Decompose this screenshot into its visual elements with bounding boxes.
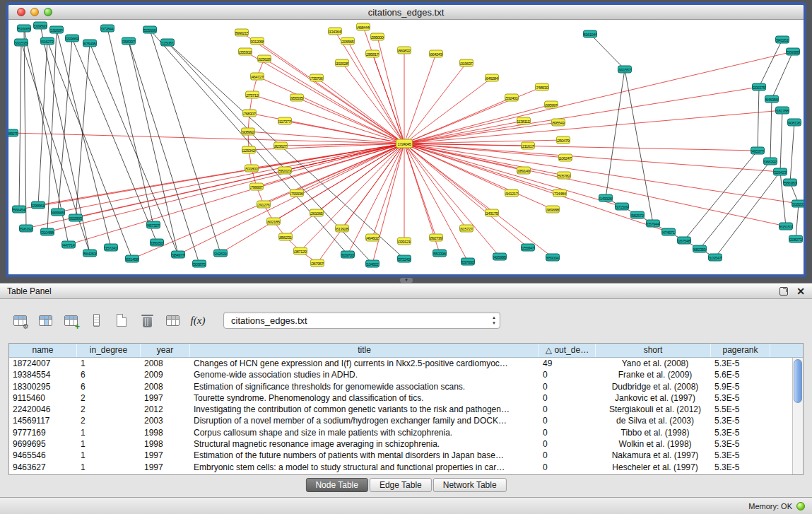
graph-node[interactable]: 23715094 <box>615 203 629 211</box>
graph-node[interactable]: 26590042 <box>546 254 560 262</box>
graph-node[interactable]: 12912767 <box>257 201 271 209</box>
close-panel-icon[interactable]: ✕ <box>796 286 805 296</box>
graph-node[interactable]: 10891495 <box>517 167 531 175</box>
graph-node[interactable]: 21035479 <box>708 254 722 262</box>
graph-node[interactable]: 20728441 <box>100 25 114 33</box>
tab-node-table[interactable]: Node Table <box>305 478 368 492</box>
graph-node[interactable]: 21150872 <box>160 39 175 47</box>
column-header-4[interactable]: △ out_de… <box>539 344 596 357</box>
graph-node[interactable]: 24953770 <box>751 147 765 155</box>
graph-node[interactable]: 11253425 <box>242 146 256 154</box>
table-row[interactable]: 969969511998Structural magnetic resonanc… <box>9 438 803 450</box>
graph-node[interactable]: 22082732 <box>789 235 803 243</box>
graph-node[interactable]: 26097039 <box>341 251 355 259</box>
graph-node[interactable]: 21499268 <box>599 194 613 202</box>
graph-node[interactable]: 20579441 <box>646 220 660 228</box>
graph-node[interactable]: 16492842 <box>485 74 499 82</box>
select-columns-button[interactable] <box>35 310 55 330</box>
column-header-3[interactable]: title <box>190 344 539 357</box>
graph-node[interactable]: 17999366 <box>290 189 304 197</box>
graph-node[interactable]: 23583979 <box>122 37 136 45</box>
graph-node[interactable]: 21048227 <box>365 260 379 268</box>
graph-node[interactable]: 14684446 <box>356 23 370 31</box>
graph-node[interactable]: 24655651 <box>51 209 65 216</box>
graph-node[interactable]: 1724045 <box>396 139 413 148</box>
graph-node[interactable]: 15820236 <box>278 167 292 175</box>
scrollbar-thumb[interactable] <box>794 359 802 403</box>
graph-node[interactable]: 25825729 <box>630 211 645 219</box>
column-header-1[interactable]: in_degree <box>77 344 141 357</box>
table-row[interactable]: 977716911998Corpus callosum shape and si… <box>9 427 803 438</box>
graph-node[interactable]: 8161044 <box>583 30 597 38</box>
table-row[interactable]: 911546021997Tourette syndrome. Phenomeno… <box>9 392 803 404</box>
graph-node[interactable]: 21817889 <box>775 107 789 115</box>
split-pane-grip[interactable]: ▾ <box>400 278 413 283</box>
graph-node[interactable]: 14646025 <box>365 234 379 242</box>
graph-node[interactable]: 24269882 <box>493 253 507 261</box>
graph-node[interactable]: 12610651 <box>310 209 324 217</box>
graph-node[interactable]: 20182035 <box>792 200 804 208</box>
graph-node[interactable]: 19696889 <box>546 206 560 214</box>
new-file-button[interactable] <box>112 310 131 330</box>
graph-node[interactable]: 23722424 <box>397 255 411 263</box>
graph-node[interactable]: 8990215 <box>235 29 249 37</box>
graph-node[interactable]: 16959974 <box>544 101 558 109</box>
graph-node[interactable]: 17485302 <box>535 83 549 91</box>
graph-node[interactable]: 23325358 <box>14 39 28 47</box>
graph-node[interactable]: 11920287 <box>335 59 349 67</box>
graph-node[interactable]: 17357067 <box>310 74 324 82</box>
graph-node[interactable]: 13679575 <box>310 259 324 267</box>
float-panel-icon[interactable] <box>779 287 788 296</box>
network-canvas[interactable]: 1724045121161791138111115324016164928421… <box>8 20 804 274</box>
tab-network-table[interactable]: Network Table <box>433 478 507 492</box>
graph-node[interactable]: 24162737 <box>40 37 54 45</box>
graph-node[interactable]: 25056061 <box>143 26 157 34</box>
graph-node[interactable]: 21926974 <box>49 26 64 34</box>
table-row[interactable]: 1830029562008Estimation of significance … <box>9 381 803 392</box>
column-header-0[interactable]: name <box>9 344 77 357</box>
table-row[interactable]: 946362711997Embryonic stem cells: a mode… <box>9 462 803 473</box>
graph-node[interactable]: 26961927 <box>19 225 33 233</box>
graph-node[interactable]: 16256283 <box>257 55 271 63</box>
graph-node[interactable]: 12116179 <box>521 142 535 150</box>
graph-node[interactable]: 26754954 <box>83 40 97 47</box>
graph-node[interactable]: 24573278 <box>146 221 160 229</box>
network-window-titlebar[interactable]: citations_edges.txt <box>8 5 804 20</box>
graph-node[interactable]: 25038753 <box>192 260 206 268</box>
function-builder-button[interactable]: f(x) <box>188 310 208 330</box>
graph-node[interactable]: 22426310 <box>213 250 228 257</box>
graph-node[interactable]: 20376003 <box>461 258 475 266</box>
table-row[interactable]: 1872400712008Changes of HCN gene express… <box>9 358 803 369</box>
graph-node[interactable]: 12504794 <box>556 136 570 144</box>
graph-node[interactable]: 24745712 <box>661 228 676 236</box>
graph-node[interactable]: 11431755 <box>485 209 499 217</box>
graph-node[interactable]: 19565356 <box>290 94 304 102</box>
graph-node[interactable]: 23432619 <box>775 36 789 44</box>
table-row[interactable]: 1938455462009Genome-wide association stu… <box>9 369 803 380</box>
graph-node[interactable]: 10553028 <box>238 48 252 56</box>
new-column-button[interactable]: + <box>61 310 81 330</box>
graph-node[interactable]: 25160650 <box>17 25 31 33</box>
table-row[interactable]: 2242004622012Investigating the contribut… <box>9 404 803 415</box>
graph-node[interactable]: 19412175 <box>505 189 519 197</box>
graph-node[interactable]: 15324016 <box>505 94 519 102</box>
graph-node[interactable]: 10196372 <box>459 59 473 67</box>
graph-node[interactable]: 26823591 <box>693 245 707 253</box>
graph-node[interactable]: 23294237 <box>773 168 787 176</box>
graph-node[interactable]: 15318031 <box>245 165 259 173</box>
graph-node[interactable]: 12858178 <box>365 50 379 58</box>
graph-node[interactable]: 18698321 <box>397 47 411 54</box>
graph-node[interactable]: 26314587 <box>125 255 139 263</box>
column-header-2[interactable]: year <box>141 344 190 357</box>
column-header-6[interactable]: pagerank <box>711 344 770 357</box>
graph-node[interactable]: 22936694 <box>65 35 79 42</box>
delete-columns-button[interactable] <box>137 310 157 330</box>
graph-node[interactable]: 16021856 <box>266 218 281 226</box>
table-row[interactable]: 946554611997Estimation of the future num… <box>9 450 803 461</box>
graph-node[interactable]: 19089924 <box>241 128 255 136</box>
graph-node[interactable]: 17999373 <box>249 183 264 191</box>
graph-node[interactable]: 16642436 <box>429 50 443 58</box>
graph-node[interactable]: 21173776 <box>278 117 292 125</box>
graph-node[interactable]: 25642630 <box>83 250 97 257</box>
graph-node[interactable]: 25863806 <box>783 179 797 187</box>
